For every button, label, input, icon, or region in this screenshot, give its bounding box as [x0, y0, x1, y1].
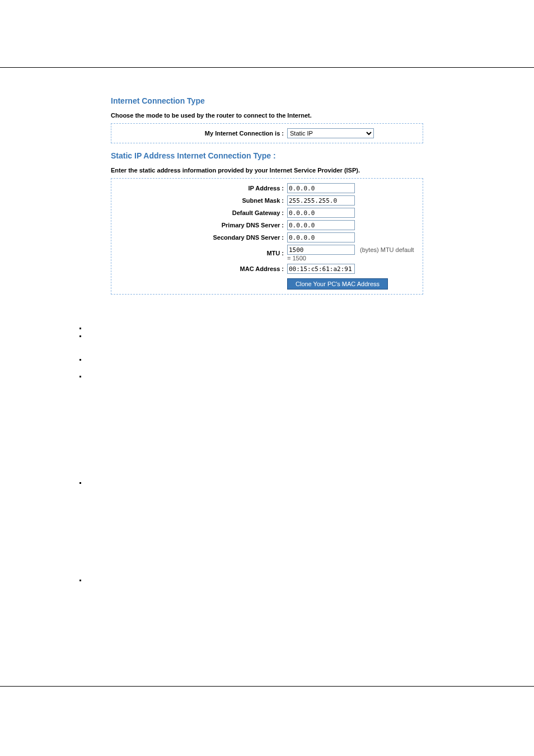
section2-title: Static IP Address Internet Connection Ty… — [111, 151, 423, 160]
list-item — [79, 479, 460, 515]
connection-select-label: My Internet Connection is : — [116, 127, 287, 139]
static-ip-box: IP Address : Subnet Mask : Default Gatew… — [111, 178, 423, 295]
list-item — [79, 333, 460, 356]
connection-select[interactable]: Static IP — [287, 128, 374, 138]
gateway-input[interactable] — [287, 208, 355, 218]
section1-title: Internet Connection Type — [111, 96, 423, 105]
subnet-input[interactable] — [287, 195, 355, 206]
section1-prompt: Choose the mode to be used by the router… — [111, 112, 423, 119]
gateway-label: Default Gateway : — [116, 207, 287, 219]
list-item — [79, 325, 460, 333]
mac-label: MAC Address : — [116, 263, 287, 275]
bullet-group2 — [79, 479, 460, 515]
connection-type-box: My Internet Connection is : Static IP — [111, 123, 423, 143]
ip-input[interactable] — [287, 183, 355, 193]
section2-prompt: Enter the static address information pro… — [111, 167, 423, 174]
bullet-group3 — [79, 577, 460, 594]
list-item — [79, 577, 460, 594]
dns2-input[interactable] — [287, 232, 355, 242]
mac-input[interactable] — [287, 264, 355, 274]
list-item — [79, 373, 460, 390]
bullet-group1 — [79, 325, 460, 390]
dns1-label: Primary DNS Server : — [116, 219, 287, 231]
subnet-label: Subnet Mask : — [116, 194, 287, 207]
ip-label: IP Address : — [116, 182, 287, 194]
list-item — [79, 356, 460, 373]
dns2-label: Secondary DNS Server : — [116, 231, 287, 244]
clone-mac-button[interactable]: Clone Your PC's MAC Address — [287, 278, 388, 290]
dns1-input[interactable] — [287, 220, 355, 230]
mtu-input[interactable] — [287, 245, 355, 255]
mtu-label: MTU : — [116, 244, 287, 263]
